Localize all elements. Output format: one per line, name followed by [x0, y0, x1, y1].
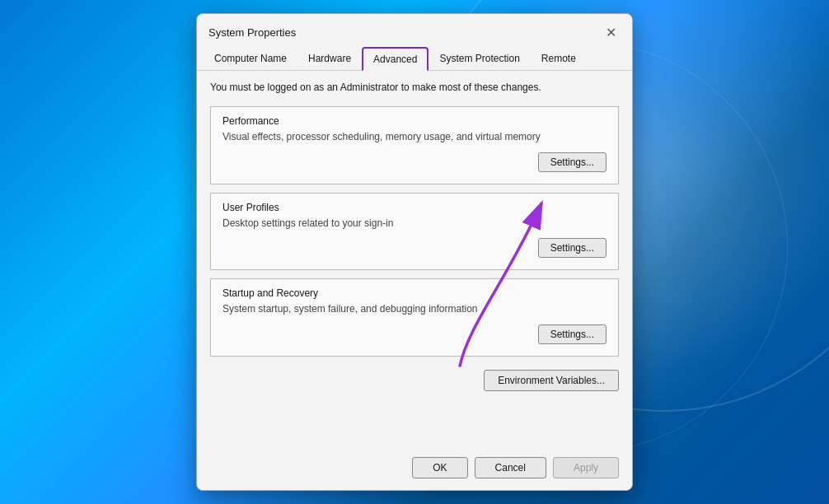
- startup-recovery-section: Startup and Recovery System startup, sys…: [210, 278, 619, 357]
- title-bar: System Properties ✕: [197, 14, 632, 47]
- tab-system-protection[interactable]: System Protection: [429, 47, 530, 71]
- tab-computer-name[interactable]: Computer Name: [204, 47, 297, 71]
- user-profiles-section: User Profiles Desktop settings related t…: [210, 193, 619, 271]
- bottom-button-bar: OK Cancel Apply: [197, 449, 632, 490]
- performance-desc: Visual effects, processor scheduling, me…: [222, 130, 607, 144]
- tab-content: You must be logged on as an Administrato…: [197, 71, 632, 449]
- user-profiles-title: User Profiles: [222, 202, 607, 213]
- startup-recovery-desc: System startup, system failure, and debu…: [222, 302, 607, 316]
- startup-recovery-title: Startup and Recovery: [222, 287, 607, 299]
- tab-hardware[interactable]: Hardware: [297, 47, 362, 71]
- apply-button[interactable]: Apply: [553, 457, 619, 478]
- performance-title: Performance: [222, 115, 607, 127]
- user-profiles-desc: Desktop settings related to your sign-in: [222, 217, 607, 231]
- ok-button[interactable]: OK: [412, 457, 467, 478]
- user-profiles-settings-button[interactable]: Settings...: [538, 238, 607, 258]
- tab-remote[interactable]: Remote: [531, 47, 587, 71]
- environment-variables-button[interactable]: Environment Variables...: [484, 370, 619, 391]
- info-text: You must be logged on as an Administrato…: [210, 81, 619, 95]
- tab-advanced[interactable]: Advanced: [362, 47, 429, 71]
- performance-section: Performance Visual effects, processor sc…: [210, 106, 619, 184]
- performance-settings-button[interactable]: Settings...: [538, 152, 607, 172]
- cancel-button[interactable]: Cancel: [475, 457, 546, 478]
- close-button[interactable]: ✕: [601, 22, 621, 42]
- tab-bar: Computer Name Hardware Advanced System P…: [197, 47, 632, 71]
- system-properties-dialog: System Properties ✕ Computer Name Hardwa…: [196, 13, 633, 491]
- dialog-title: System Properties: [208, 26, 296, 39]
- startup-recovery-settings-button[interactable]: Settings...: [538, 324, 607, 344]
